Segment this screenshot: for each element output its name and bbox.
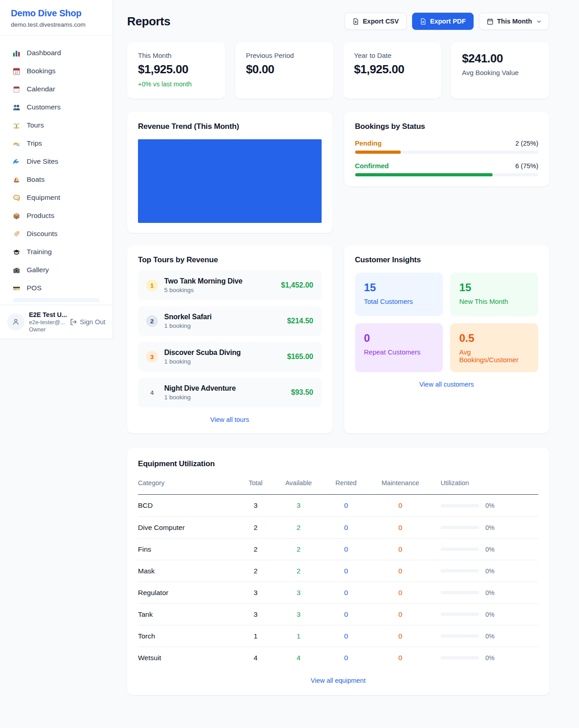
- tile-label: Repeat Customers: [364, 348, 434, 356]
- sidebar-item-discounts[interactable]: Discounts: [6, 225, 106, 243]
- period-dropdown[interactable]: This Month: [479, 13, 549, 30]
- cell-available: 2: [276, 545, 321, 553]
- desert-island-icon: [12, 121, 21, 130]
- wave-icon: [12, 157, 21, 166]
- cell-category: Wetsuit: [138, 654, 235, 662]
- brand-block: Demo Dive Shop demo.test.divestreams.com: [0, 0, 113, 36]
- table-row: Torch 1 1 0 0 0%: [138, 625, 538, 647]
- status-label: Confirmed: [355, 162, 389, 170]
- tour-name: Night Dive Adventure: [164, 384, 285, 392]
- cell-category: Tank: [138, 610, 235, 619]
- column-header: Available: [276, 479, 321, 492]
- cell-rented: 0: [321, 589, 371, 597]
- table-row: Tank 3 3 0 0 0%: [138, 603, 538, 625]
- utilization-bar: [441, 591, 479, 594]
- sidebar-item-label: POS: [27, 284, 42, 292]
- user-name: E2E Test U...: [29, 311, 65, 318]
- column-header: Utilization: [430, 479, 538, 492]
- sidebar-item-reports-active[interactable]: [13, 298, 100, 302]
- tile-value: 0.5: [459, 332, 529, 345]
- column-header: Maintenance: [371, 479, 430, 492]
- sidebar-item-dashboard[interactable]: Dashboard: [6, 44, 106, 62]
- utilization-label: 0%: [485, 654, 494, 662]
- progress-track: [355, 173, 539, 176]
- period-label: This Month: [497, 18, 532, 25]
- stat-cards: This Month $1,925.00 +0% vs last month P…: [127, 42, 549, 99]
- main-content: Reports Export CSV Export PDF This Month…: [113, 0, 579, 713]
- sidebar-item-pos[interactable]: POS: [6, 279, 106, 297]
- cell-utilization: 0%: [430, 633, 538, 640]
- stat-value: $1,925.00: [354, 62, 431, 76]
- cell-available: 2: [276, 567, 321, 575]
- table-row: Fins 2 2 0 0 0%: [138, 538, 538, 560]
- sidebar-item-tours[interactable]: Tours: [6, 116, 106, 134]
- tour-bookings: 1 booking: [164, 322, 281, 329]
- sidebar-item-calendar[interactable]: Calendar: [6, 80, 106, 98]
- stat-value: $0.00: [246, 62, 323, 76]
- sidebar-item-boats[interactable]: Boats: [6, 170, 106, 189]
- sign-out-button[interactable]: Sign Out: [70, 318, 105, 326]
- panel-title: Top Tours by Revenue: [138, 255, 322, 265]
- sidebar-item-label: Bookings: [27, 67, 56, 75]
- view-all-customers-link[interactable]: View all customers: [355, 381, 539, 388]
- sign-out-label: Sign Out: [80, 318, 105, 326]
- tile-value: 0: [364, 332, 434, 345]
- two-people-icon: [12, 103, 21, 112]
- cell-utilization: 0%: [430, 546, 538, 553]
- status-label: Pending: [355, 139, 382, 147]
- sidebar-item-gallery[interactable]: Gallery: [6, 261, 106, 279]
- table-row: Dive Computer 2 2 0 0 0%: [138, 516, 538, 538]
- tile-total-customers: 15 Total Customers: [355, 273, 443, 316]
- utilization-label: 0%: [485, 502, 494, 509]
- view-all-equipment-link[interactable]: View all equipment: [138, 677, 538, 684]
- table-row: Mask 2 2 0 0 0%: [138, 560, 538, 581]
- view-all-tours-link[interactable]: View all tours: [138, 416, 322, 423]
- credit-card-icon: [12, 284, 21, 293]
- sign-out-icon: [70, 318, 77, 326]
- sidebar-item-label: Dashboard: [27, 49, 61, 57]
- equipment-table: Category Total Available Rented Maintena…: [138, 477, 538, 668]
- stat-delta: +0% vs last month: [138, 80, 214, 88]
- equipment-utilization-panel: Equipment Utilization Category Total Ava…: [127, 448, 549, 695]
- tour-name: Discover Scuba Diving: [164, 349, 281, 357]
- user-role: Owner: [29, 326, 65, 333]
- progress-fill: [355, 173, 493, 176]
- sidebar-item-training[interactable]: Training: [6, 243, 106, 261]
- cell-utilization: 0%: [430, 524, 538, 531]
- package-box-icon: [12, 211, 21, 220]
- export-pdf-button[interactable]: Export PDF: [412, 13, 474, 30]
- panel-title: Bookings by Status: [355, 122, 539, 131]
- sidebar-item-customers[interactable]: Customers: [6, 98, 106, 116]
- sidebar-item-trips[interactable]: Trips: [6, 134, 106, 152]
- rank-badge: 1: [146, 279, 158, 291]
- cell-total: 3: [235, 501, 276, 510]
- stat-label: Avg Booking Value: [462, 69, 538, 76]
- table-row: Regulator 3 3 0 0 0%: [138, 581, 538, 603]
- table-row: BCD 3 3 0 0 0%: [138, 495, 538, 516]
- customer-insights-panel: Customer Insights 15 Total Customers 15 …: [344, 246, 550, 433]
- sidebar-item-label: Tours: [27, 121, 44, 129]
- cell-total: 4: [235, 654, 276, 662]
- table-row: Wetsuit 4 4 0 0 0%: [138, 647, 538, 668]
- brand-name: Demo Dive Shop: [11, 8, 102, 19]
- utilization-bar: [441, 526, 479, 529]
- cell-utilization: 0%: [430, 567, 538, 575]
- cell-total: 2: [235, 567, 276, 575]
- cell-maintenance: 0: [371, 654, 430, 662]
- tour-row: 3 Discover Scuba Diving 1 booking $165.0…: [138, 342, 322, 372]
- sidebar-item-dive-sites[interactable]: Dive Sites: [6, 152, 106, 170]
- tile-value: 15: [364, 281, 434, 294]
- header-actions: Export CSV Export PDF This Month: [345, 13, 549, 30]
- tile-value: 15: [459, 281, 529, 294]
- export-pdf-label: Export PDF: [430, 18, 466, 25]
- tile-new-this-month: 15 New This Month: [450, 273, 538, 316]
- calendar-icon: [487, 18, 494, 25]
- rank-badge: 3: [146, 351, 158, 363]
- sidebar-item-equipment[interactable]: Equipment: [6, 189, 106, 207]
- export-csv-button[interactable]: Export CSV: [345, 13, 407, 30]
- tour-amount: $214.50: [287, 317, 313, 325]
- sidebar-item-products[interactable]: Products: [6, 207, 106, 225]
- cell-utilization: 0%: [430, 654, 538, 662]
- sidebar-item-bookings[interactable]: 17 Bookings: [6, 62, 106, 80]
- tile-label: Avg Bookings/Customer: [459, 348, 529, 364]
